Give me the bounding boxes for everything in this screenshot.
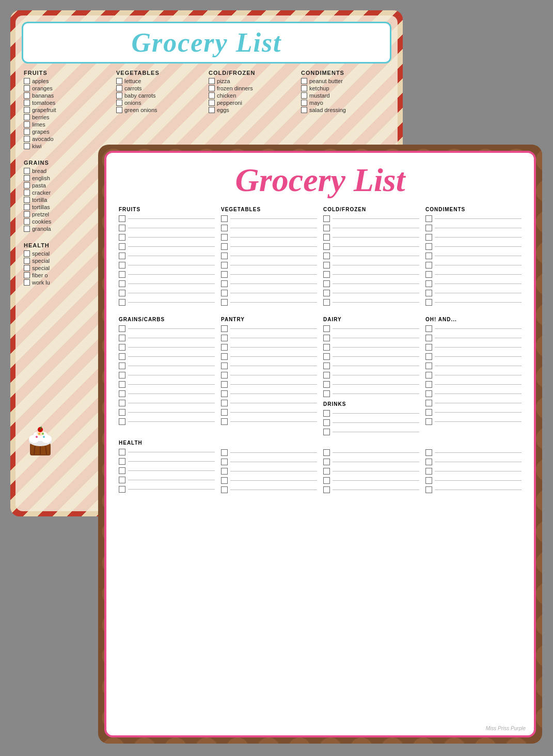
checkbox[interactable]: [24, 182, 30, 188]
checkbox[interactable]: [323, 353, 330, 360]
checkbox[interactable]: [221, 335, 228, 341]
checkbox[interactable]: [323, 459, 330, 465]
checkbox[interactable]: [119, 280, 125, 287]
checkbox[interactable]: [24, 258, 30, 264]
checkbox[interactable]: [425, 225, 432, 231]
checkbox[interactable]: [323, 215, 330, 222]
checkbox[interactable]: [24, 175, 30, 181]
checkbox[interactable]: [119, 381, 125, 388]
checkbox[interactable]: [323, 372, 330, 379]
checkbox[interactable]: [221, 243, 228, 250]
checkbox[interactable]: [119, 409, 125, 416]
checkbox[interactable]: [221, 363, 228, 369]
checkbox[interactable]: [221, 234, 228, 241]
checkbox[interactable]: [24, 136, 30, 142]
checkbox[interactable]: [24, 250, 30, 257]
checkbox[interactable]: [425, 486, 432, 493]
checkbox[interactable]: [119, 271, 125, 278]
checkbox[interactable]: [24, 279, 30, 286]
checkbox[interactable]: [425, 372, 432, 379]
checkbox[interactable]: [425, 215, 432, 222]
checkbox[interactable]: [24, 107, 30, 113]
checkbox[interactable]: [119, 477, 125, 483]
checkbox[interactable]: [119, 243, 125, 250]
checkbox[interactable]: [24, 78, 30, 84]
checkbox[interactable]: [221, 418, 228, 425]
checkbox[interactable]: [425, 234, 432, 241]
checkbox[interactable]: [221, 290, 228, 296]
checkbox[interactable]: [323, 325, 330, 332]
checkbox[interactable]: [119, 325, 125, 332]
checkbox[interactable]: [24, 143, 30, 149]
checkbox[interactable]: [119, 262, 125, 269]
checkbox[interactable]: [24, 168, 30, 174]
checkbox[interactable]: [425, 253, 432, 259]
checkbox[interactable]: [221, 372, 228, 379]
checkbox[interactable]: [425, 280, 432, 287]
checkbox[interactable]: [425, 335, 432, 341]
checkbox[interactable]: [221, 486, 228, 493]
checkbox[interactable]: [119, 299, 125, 306]
checkbox[interactable]: [24, 272, 30, 278]
checkbox[interactable]: [323, 271, 330, 278]
checkbox[interactable]: [425, 468, 432, 475]
checkbox[interactable]: [425, 344, 432, 351]
checkbox[interactable]: [323, 390, 330, 397]
checkbox[interactable]: [221, 477, 228, 484]
checkbox[interactable]: [323, 429, 330, 435]
checkbox[interactable]: [425, 262, 432, 269]
checkbox[interactable]: [323, 486, 330, 493]
checkbox[interactable]: [425, 381, 432, 388]
checkbox[interactable]: [119, 400, 125, 406]
checkbox[interactable]: [119, 344, 125, 351]
checkbox[interactable]: [323, 363, 330, 369]
checkbox[interactable]: [209, 100, 215, 106]
checkbox[interactable]: [221, 353, 228, 360]
checkbox[interactable]: [221, 262, 228, 269]
checkbox[interactable]: [221, 299, 228, 306]
checkbox[interactable]: [425, 477, 432, 484]
checkbox[interactable]: [425, 290, 432, 296]
checkbox[interactable]: [221, 271, 228, 278]
checkbox[interactable]: [323, 477, 330, 484]
checkbox[interactable]: [425, 243, 432, 250]
checkbox[interactable]: [425, 449, 432, 456]
checkbox[interactable]: [323, 253, 330, 259]
checkbox[interactable]: [425, 363, 432, 369]
checkbox[interactable]: [119, 486, 125, 493]
checkbox[interactable]: [209, 92, 215, 99]
checkbox[interactable]: [323, 344, 330, 351]
checkbox[interactable]: [24, 85, 30, 91]
checkbox[interactable]: [24, 197, 30, 203]
checkbox[interactable]: [119, 418, 125, 425]
checkbox[interactable]: [301, 78, 307, 84]
checkbox[interactable]: [119, 372, 125, 379]
checkbox[interactable]: [209, 85, 215, 91]
checkbox[interactable]: [24, 218, 30, 225]
checkbox[interactable]: [24, 190, 30, 196]
checkbox[interactable]: [425, 353, 432, 360]
checkbox[interactable]: [24, 114, 30, 120]
checkbox[interactable]: [119, 390, 125, 397]
checkbox[interactable]: [425, 459, 432, 465]
checkbox[interactable]: [221, 390, 228, 397]
checkbox[interactable]: [323, 335, 330, 341]
checkbox[interactable]: [119, 363, 125, 369]
checkbox[interactable]: [221, 225, 228, 231]
checkbox[interactable]: [24, 129, 30, 135]
checkbox[interactable]: [24, 92, 30, 99]
checkbox[interactable]: [323, 262, 330, 269]
checkbox[interactable]: [116, 85, 122, 91]
checkbox[interactable]: [221, 409, 228, 416]
checkbox[interactable]: [425, 409, 432, 416]
checkbox[interactable]: [301, 100, 307, 106]
checkbox[interactable]: [425, 400, 432, 406]
checkbox[interactable]: [425, 390, 432, 397]
checkbox[interactable]: [221, 459, 228, 465]
checkbox[interactable]: [221, 449, 228, 456]
checkbox[interactable]: [425, 418, 432, 425]
checkbox[interactable]: [119, 290, 125, 296]
checkbox[interactable]: [323, 410, 330, 417]
checkbox[interactable]: [119, 253, 125, 259]
checkbox[interactable]: [323, 234, 330, 241]
